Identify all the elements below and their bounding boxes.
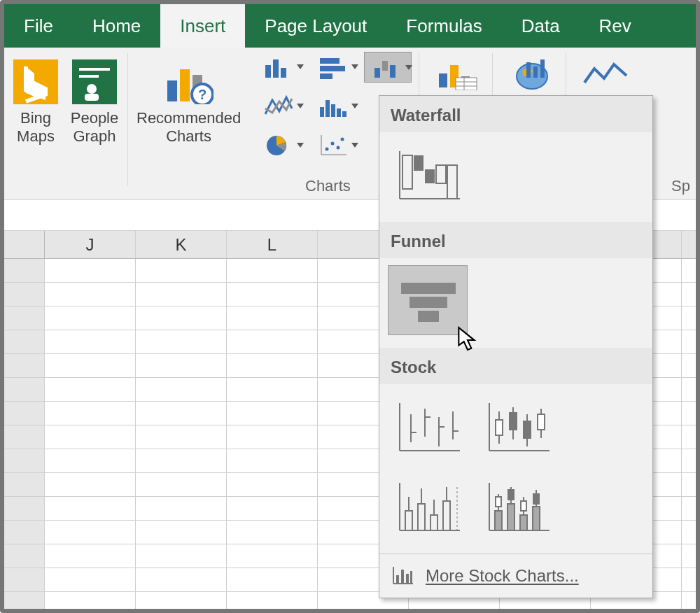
stock-hlc-option[interactable] (388, 391, 468, 461)
cell[interactable] (45, 473, 136, 496)
line-sparkline-icon (580, 57, 631, 91)
stock-ohlc-option[interactable] (477, 391, 557, 461)
svg-rect-40 (526, 62, 531, 78)
tab-page-layout[interactable]: Page Layout (245, 4, 386, 48)
cell[interactable] (136, 568, 227, 591)
svg-rect-48 (436, 165, 446, 183)
svg-rect-35 (456, 78, 477, 90)
cell[interactable] (227, 449, 318, 472)
recommended-charts-button[interactable]: ? Recommended Charts (134, 55, 244, 148)
waterfall-chart-button[interactable] (364, 52, 412, 83)
svg-rect-45 (402, 155, 412, 189)
cell[interactable] (227, 497, 318, 520)
3d-map-button[interactable] (504, 55, 560, 94)
col-header[interactable]: K (136, 231, 227, 258)
cell[interactable] (45, 306, 136, 330)
bing-maps-button[interactable]: Bing Maps (8, 55, 63, 148)
cell[interactable] (45, 544, 136, 568)
histogram-button[interactable] (309, 91, 357, 122)
cell[interactable] (227, 330, 318, 353)
cell[interactable] (45, 354, 136, 377)
cell[interactable] (136, 306, 227, 330)
more-stock-charts-link[interactable]: More Stock Charts... (379, 554, 652, 598)
pivot-chart-icon (433, 57, 484, 91)
pie-chart-button[interactable] (255, 130, 302, 161)
svg-rect-72 (538, 414, 545, 430)
cell[interactable] (45, 283, 136, 306)
cell[interactable] (45, 568, 136, 591)
dropdown-section-stock: Stock (379, 348, 652, 384)
svg-rect-94 (521, 501, 526, 511)
column-chart-button[interactable] (255, 52, 302, 83)
cell[interactable] (136, 378, 227, 401)
pivot-chart-button[interactable] (430, 55, 486, 94)
cell[interactable] (136, 259, 227, 282)
waterfall-option[interactable] (388, 139, 468, 209)
tab-formulas[interactable]: Formulas (386, 4, 501, 48)
cell[interactable] (45, 592, 136, 613)
cell[interactable] (136, 544, 227, 568)
cell[interactable] (45, 330, 136, 353)
col-header[interactable]: L (227, 231, 318, 258)
cell[interactable] (227, 378, 318, 401)
svg-rect-46 (414, 155, 424, 171)
bar-chart-button[interactable] (309, 52, 357, 83)
cell[interactable] (136, 402, 227, 425)
svg-rect-86 (495, 511, 502, 530)
svg-rect-50 (401, 283, 456, 294)
cell[interactable] (227, 425, 318, 449)
cell[interactable] (45, 497, 136, 520)
dropdown-section-funnel: Funnel (379, 222, 652, 258)
cell[interactable] (227, 592, 318, 613)
cell[interactable] (136, 354, 227, 377)
cell[interactable] (227, 568, 318, 591)
cell[interactable] (136, 473, 227, 496)
cell[interactable] (136, 521, 227, 544)
svg-point-31 (341, 138, 344, 141)
svg-rect-16 (320, 73, 332, 79)
svg-point-30 (337, 146, 340, 150)
cell[interactable] (45, 521, 136, 544)
people-graph-label: People Graph (71, 109, 119, 146)
cell[interactable] (227, 473, 318, 496)
cell[interactable] (136, 449, 227, 472)
cell[interactable] (136, 283, 227, 306)
cell[interactable] (45, 378, 136, 401)
people-graph-icon (70, 57, 119, 106)
stock-vhlc-option[interactable] (388, 471, 468, 541)
3d-map-icon (507, 57, 557, 91)
svg-rect-24 (342, 111, 346, 117)
tab-home[interactable]: Home (73, 4, 160, 48)
cell[interactable] (227, 306, 318, 330)
tab-data[interactable]: Data (502, 4, 580, 48)
cell[interactable] (45, 259, 136, 282)
recommended-charts-label: Recommended Charts (136, 109, 241, 146)
cell[interactable] (45, 425, 136, 449)
dropdown-section-waterfall: Waterfall (379, 96, 652, 132)
cell[interactable] (227, 259, 318, 282)
stock-vohlc-option[interactable] (477, 471, 557, 541)
funnel-option[interactable] (388, 265, 468, 335)
col-header[interactable]: J (45, 231, 136, 258)
cell[interactable] (227, 521, 318, 544)
svg-rect-75 (405, 511, 412, 530)
cell[interactable] (227, 283, 318, 306)
cell[interactable] (45, 449, 136, 472)
scatter-chart-button[interactable] (309, 130, 357, 161)
line-chart-button[interactable] (255, 91, 302, 122)
tab-file[interactable]: File (4, 4, 73, 48)
cell[interactable] (136, 497, 227, 520)
svg-rect-70 (524, 421, 531, 438)
cell[interactable] (227, 354, 318, 377)
cell[interactable] (136, 330, 227, 353)
tab-review[interactable]: Rev (580, 4, 638, 48)
cell[interactable] (227, 402, 318, 425)
tab-insert[interactable]: Insert (160, 4, 245, 48)
people-graph-button[interactable]: People Graph (67, 55, 122, 148)
cell[interactable] (136, 592, 227, 613)
svg-rect-51 (410, 297, 447, 308)
cell[interactable] (227, 544, 318, 568)
svg-rect-41 (533, 66, 538, 78)
cell[interactable] (136, 425, 227, 449)
cell[interactable] (45, 402, 136, 425)
